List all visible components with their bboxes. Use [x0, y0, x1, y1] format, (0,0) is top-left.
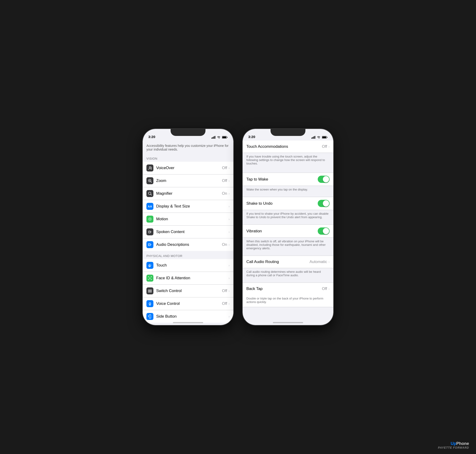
- list-item[interactable]: Motion ›: [143, 213, 233, 226]
- magnifier-icon: [146, 190, 154, 197]
- side-chevron: ›: [229, 315, 230, 318]
- watermark-payette: PAYETTE FORWARD: [438, 446, 469, 449]
- battery-icon-right: [322, 136, 328, 139]
- magnifier-value: On: [222, 191, 227, 196]
- magnifier-label: Magnifier: [156, 191, 222, 196]
- call-audio-chevron: ›: [328, 260, 330, 264]
- vision-list: VoiceOver Off ›: [143, 162, 233, 251]
- watermark-phone-text: Phone: [456, 441, 469, 446]
- vibration-label: Vibration: [246, 229, 318, 234]
- faceid-chevron: ›: [229, 276, 230, 280]
- svg-rect-27: [148, 291, 150, 293]
- svg-rect-35: [314, 136, 314, 139]
- vibration-cell[interactable]: Vibration: [243, 225, 333, 237]
- svg-rect-3: [215, 136, 215, 139]
- svg-rect-32: [149, 315, 151, 318]
- motion-chevron: ›: [229, 217, 230, 221]
- zoom-label: Zoom: [156, 178, 222, 183]
- svg-point-14: [148, 218, 152, 221]
- spoken-label: Spoken Content: [156, 230, 229, 234]
- physical-section-header: PHYSICAL AND MOTOR: [143, 251, 233, 259]
- audio-icon: [146, 241, 154, 248]
- list-item[interactable]: VoiceOver Off ›: [143, 162, 233, 174]
- list-item[interactable]: Voice Control Off ›: [143, 297, 233, 310]
- shake-undo-section: Shake to Undo: [243, 197, 333, 210]
- tap-wake-description: Wake the screen when you tap on the disp…: [243, 186, 333, 195]
- voiceover-label: VoiceOver: [156, 166, 222, 170]
- touch-item[interactable]: Touch ›: [143, 259, 233, 272]
- wifi-icon-right: [317, 136, 321, 139]
- watermark: UpPhone PAYETTE FORWARD: [438, 441, 469, 449]
- switch-value: Off: [222, 288, 227, 293]
- list-item[interactable]: AA Display & Text Size ›: [143, 200, 233, 213]
- touch-acc-value: Off: [322, 144, 327, 149]
- svg-rect-0: [212, 137, 212, 139]
- phone-left-screen: 3:20: [143, 129, 233, 325]
- back-tap-label: Back Tap: [246, 287, 322, 291]
- call-audio-cell[interactable]: Call Audio Routing Automatic ›: [243, 256, 333, 268]
- status-icons-left: [212, 136, 228, 139]
- status-time-right: 3:20: [248, 135, 255, 139]
- vibration-toggle[interactable]: [318, 227, 330, 235]
- status-icons-right: [311, 136, 328, 139]
- phone-right: 3:20: [243, 129, 333, 325]
- voiceover-value: Off: [222, 166, 227, 170]
- list-item[interactable]: Face ID & Attention ›: [143, 272, 233, 285]
- phone-right-screen: 3:20: [243, 129, 333, 325]
- switch-icon: [146, 288, 154, 294]
- back-tap-chevron: ›: [328, 287, 330, 291]
- tap-wake-label: Tap to Wake: [246, 177, 318, 182]
- list-item[interactable]: Magnifier On ›: [143, 187, 233, 200]
- page-wrapper: 3:20: [143, 129, 333, 325]
- tap-wake-toggle[interactable]: [318, 176, 330, 183]
- shake-undo-toggle[interactable]: [318, 200, 330, 207]
- voiceover-icon: [146, 165, 154, 172]
- audio-desc-value: On: [222, 242, 227, 247]
- home-indicator-right: [273, 322, 303, 323]
- list-item[interactable]: Zoom Off ›: [143, 174, 233, 187]
- screen-content-left: Accessibility features help you customiz…: [143, 141, 233, 325]
- list-item[interactable]: Switch Control Off ›: [143, 285, 233, 297]
- list-item[interactable]: Audio Descriptions On ›: [143, 238, 233, 251]
- side-label: Side Button: [156, 314, 229, 319]
- back-tap-cell[interactable]: Back Tap Off ›: [243, 283, 333, 295]
- motion-icon: [146, 216, 154, 223]
- spoken-icon: [146, 228, 154, 235]
- tap-wake-cell[interactable]: Tap to Wake: [243, 173, 333, 186]
- svg-rect-25: [148, 290, 150, 291]
- notch-left: [171, 129, 206, 136]
- accessibility-description: Accessibility features help you customiz…: [143, 141, 233, 154]
- voiceover-chevron: ›: [229, 166, 230, 170]
- svg-rect-1: [213, 137, 213, 139]
- back-tap-value: Off: [322, 287, 327, 291]
- svg-rect-5: [223, 137, 226, 138]
- vibration-description: When this switch is off, all vibration o…: [243, 238, 333, 254]
- display-chevron: ›: [229, 204, 230, 208]
- touch-acc-chevron: ›: [328, 145, 330, 148]
- touch-acc-cell[interactable]: Touch Accommodations Off ›: [243, 141, 333, 153]
- physical-list: Touch ›: [143, 259, 233, 323]
- svg-point-13: [149, 218, 151, 220]
- watermark-up-text: Up: [451, 441, 456, 446]
- physical-label: PHYSICAL AND MOTOR: [143, 254, 183, 258]
- status-time-left: 3:20: [148, 135, 155, 139]
- switch-chevron: ›: [229, 289, 230, 293]
- notch-right: [270, 129, 305, 136]
- list-item[interactable]: Side Button ›: [143, 310, 233, 323]
- touch-label: Touch: [156, 263, 229, 268]
- battery-icon: [222, 136, 228, 139]
- svg-rect-28: [150, 291, 152, 293]
- wifi-icon: [217, 136, 221, 139]
- screen-content-right: Touch Accommodations Off › If you have t…: [243, 141, 333, 325]
- svg-rect-33: [311, 137, 312, 139]
- shake-undo-cell[interactable]: Shake to Undo: [243, 197, 333, 210]
- touch-chevron: ›: [229, 264, 230, 267]
- call-audio-label: Call Audio Routing: [246, 259, 310, 264]
- signal-icon-right: [311, 136, 315, 139]
- voice-label: Voice Control: [156, 301, 222, 306]
- voice-icon: [146, 300, 154, 307]
- call-audio-section: Call Audio Routing Automatic ›: [243, 256, 333, 268]
- list-item[interactable]: Spoken Content ›: [143, 226, 233, 238]
- shake-undo-description: If you tend to shake your iPhone by acci…: [243, 210, 333, 223]
- watermark-upphone: UpPhone: [438, 441, 469, 446]
